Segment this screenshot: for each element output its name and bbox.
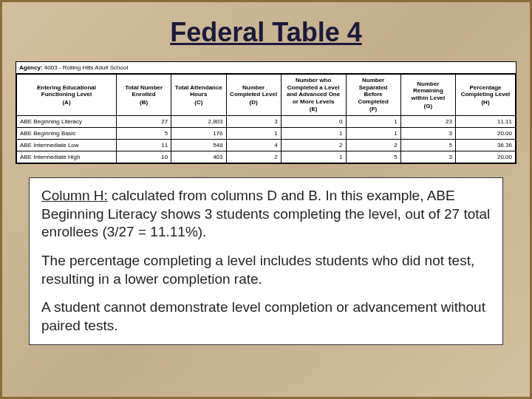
column-h-label: Column H:	[41, 188, 108, 203]
cell-d: 3	[226, 115, 281, 127]
cell-d: 2	[226, 151, 281, 163]
cell-c: 176	[171, 127, 226, 139]
cell-d: 4	[226, 139, 281, 151]
cell-g: 23	[400, 115, 455, 127]
cell-b: 5	[117, 127, 171, 139]
agency-row: Agency: 4003 - Rolling Hills Adult Schoo…	[16, 62, 516, 74]
table-row: ABE Beginning Literacy 27 2,803 3 0 1 23…	[17, 115, 516, 127]
cell-h: 20.00	[456, 151, 516, 163]
cell-g: 5	[400, 139, 455, 151]
cell-f: 2	[346, 139, 400, 151]
row-label: ABE Beginning Literacy	[17, 115, 117, 127]
explanation-p3: A student cannot demonstrate level compl…	[41, 299, 491, 335]
cell-c: 548	[171, 139, 226, 151]
col-h-header: Percentage Completing Level(H)	[456, 75, 516, 116]
col-d-header: Number Completed Level(D)	[226, 75, 281, 116]
cell-g: 3	[400, 127, 455, 139]
cell-b: 11	[117, 139, 171, 151]
federal-table: Entering Educational Functioning Level(A…	[16, 74, 516, 163]
cell-b: 10	[117, 151, 171, 163]
page-title: Federal Table 4	[2, 17, 530, 48]
explanation-box: Column H: calculated from columns D and …	[29, 177, 503, 345]
cell-f: 1	[346, 115, 400, 127]
col-b-header: Total Number Enrolled(B)	[117, 75, 171, 116]
table-header-row: Entering Educational Functioning Level(A…	[17, 75, 516, 116]
col-f-header: Number Separated Before Completed(F)	[346, 75, 400, 116]
table-row: ABE Beginning Basic 5 176 1 1 1 3 20.00	[17, 127, 516, 139]
explanation-p2: The percentage completing a level includ…	[41, 252, 491, 288]
col-e-header: Number who Completed a Level and Advance…	[281, 75, 346, 116]
cell-d: 1	[226, 127, 281, 139]
cell-f: 1	[346, 127, 400, 139]
cell-b: 27	[117, 115, 171, 127]
cell-h: 36.36	[456, 139, 516, 151]
cell-h: 20.00	[456, 127, 516, 139]
p1-text: calculated from columns D and B. In this…	[41, 188, 490, 239]
agency-value: 4003 - Rolling Hills Adult School	[44, 64, 128, 71]
agency-label: Agency:	[19, 64, 43, 71]
cell-f: 5	[346, 151, 400, 163]
cell-g: 3	[400, 151, 455, 163]
table-row: ABE Intermediate High 10 403 2 1 5 3 20.…	[17, 151, 516, 163]
col-a-header: Entering Educational Functioning Level(A…	[17, 75, 117, 116]
cell-c: 403	[171, 151, 226, 163]
row-label: ABE Beginning Basic	[17, 127, 117, 139]
explanation-p1: Column H: calculated from columns D and …	[41, 187, 491, 242]
cell-e: 1	[281, 127, 346, 139]
col-g-header: Number Remaining within Level(G)	[400, 75, 455, 116]
row-label: ABE Intermediate Low	[17, 139, 117, 151]
cell-c: 2,803	[171, 115, 226, 127]
col-c-header: Total Attendance Hours(C)	[171, 75, 226, 116]
cell-e: 0	[281, 115, 346, 127]
federal-table-container: Agency: 4003 - Rolling Hills Adult Schoo…	[16, 61, 516, 164]
row-label: ABE Intermediate High	[17, 151, 117, 163]
table-row: ABE Intermediate Low 11 548 4 2 2 5 36.3…	[17, 139, 516, 151]
cell-e: 2	[281, 139, 346, 151]
cell-h: 11.11	[456, 115, 516, 127]
cell-e: 1	[281, 151, 346, 163]
